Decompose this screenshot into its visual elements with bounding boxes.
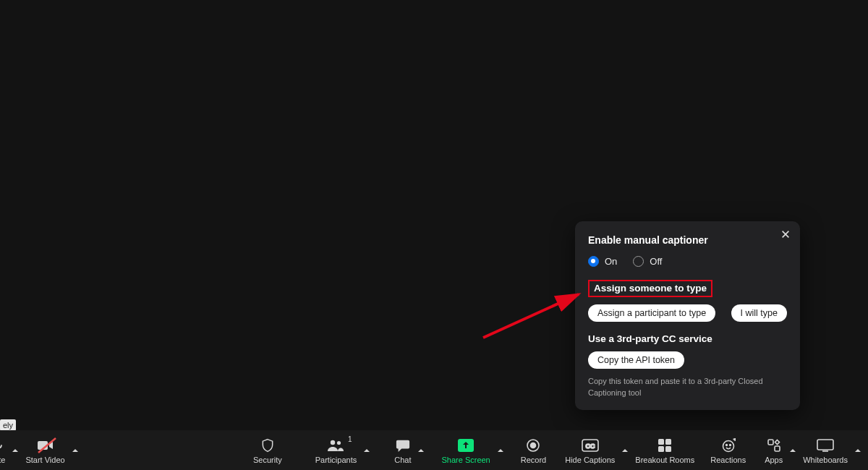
start-video-button[interactable]: Start Video <box>21 430 69 470</box>
radio-off-label: Off <box>650 256 662 267</box>
breakout-rooms-label: Breakout Rooms <box>635 456 694 464</box>
svg-text:+: + <box>733 438 736 443</box>
apps-label: Apps <box>765 456 783 464</box>
mute-label: nute <box>0 456 5 464</box>
cc-icon: CC <box>582 437 599 454</box>
record-button[interactable]: Record <box>516 430 550 470</box>
apps-icon <box>767 437 781 454</box>
mute-options-caret[interactable] <box>9 430 21 470</box>
breakout-rooms-icon <box>658 437 672 454</box>
record-icon <box>526 437 540 454</box>
svg-point-6 <box>337 440 341 444</box>
breakout-rooms-button[interactable]: Breakout Rooms <box>631 430 699 470</box>
whiteboard-icon <box>817 437 834 454</box>
svg-rect-14 <box>658 446 664 452</box>
svg-point-16 <box>723 440 733 451</box>
annotation-highlight: Assign someone to type <box>588 280 712 297</box>
share-screen-label: Share Screen <box>441 456 490 464</box>
record-label: Record <box>521 456 546 464</box>
participants-count: 1 <box>348 435 352 443</box>
security-button[interactable]: Security <box>249 430 286 470</box>
apps-button[interactable]: Apps <box>760 430 787 470</box>
caption-settings-popover: Enable manual captioner On Off Assign so… <box>575 221 800 410</box>
reactions-icon: + <box>721 437 736 454</box>
popover-title: Enable manual captioner <box>588 234 787 246</box>
apps-options-caret[interactable] <box>787 430 799 470</box>
stray-tooltip: ely <box>0 419 16 431</box>
svg-rect-20 <box>768 440 773 445</box>
share-screen-icon <box>457 437 475 454</box>
svg-line-2 <box>483 294 579 338</box>
svg-point-9 <box>531 443 536 448</box>
start-video-label: Start Video <box>25 456 64 464</box>
chat-button[interactable]: Chat <box>390 430 415 470</box>
radio-on[interactable]: On <box>588 256 617 267</box>
i-will-type-button[interactable]: I will type <box>731 304 787 322</box>
reactions-button[interactable]: + Reactions <box>706 430 750 470</box>
svg-line-4 <box>38 438 56 453</box>
radio-dot-icon <box>633 256 644 267</box>
svg-text:CC: CC <box>585 443 595 450</box>
camera-off-icon <box>37 437 54 454</box>
hide-captions-button[interactable]: CC Hide Captions <box>561 430 619 470</box>
whiteboards-label: Whiteboards <box>803 456 848 464</box>
chat-label: Chat <box>394 456 411 464</box>
third-party-heading: Use a 3rd-party CC service <box>588 333 787 344</box>
whiteboards-button[interactable]: Whiteboards <box>799 430 852 470</box>
meeting-toolbar: nute Start Video Security 1 <box>0 430 868 470</box>
participants-options-caret[interactable] <box>361 430 373 470</box>
close-icon[interactable] <box>778 227 793 242</box>
svg-rect-21 <box>775 446 780 451</box>
share-screen-button[interactable]: Share Screen <box>437 430 494 470</box>
svg-point-17 <box>726 444 727 445</box>
share-options-caret[interactable] <box>495 430 506 470</box>
svg-point-5 <box>331 440 335 444</box>
captioner-radio-group: On Off <box>588 256 787 267</box>
participants-button[interactable]: 1 Participants <box>311 430 361 470</box>
mute-button[interactable]: nute <box>0 430 9 470</box>
svg-rect-13 <box>665 439 671 445</box>
security-label: Security <box>253 456 282 464</box>
captions-options-caret[interactable] <box>619 430 631 470</box>
svg-rect-22 <box>817 440 833 450</box>
participants-icon: 1 <box>327 437 344 454</box>
chat-icon <box>395 437 411 454</box>
svg-point-18 <box>729 444 731 445</box>
chat-options-caret[interactable] <box>415 430 427 470</box>
reactions-label: Reactions <box>710 456 746 464</box>
assign-participant-button[interactable]: Assign a participant to type <box>588 304 715 322</box>
radio-off[interactable]: Off <box>633 256 662 267</box>
assign-button-row: Assign a participant to type I will type <box>588 304 787 322</box>
microphone-icon <box>0 437 5 454</box>
radio-on-label: On <box>605 256 617 267</box>
whiteboards-options-caret[interactable] <box>852 430 864 470</box>
help-text: Copy this token and paste it to a 3rd-pa… <box>588 376 787 398</box>
video-options-caret[interactable] <box>69 430 81 470</box>
svg-rect-12 <box>658 439 664 445</box>
radio-dot-icon <box>588 256 599 267</box>
assign-heading: Assign someone to type <box>594 283 707 294</box>
hide-captions-label: Hide Captions <box>565 456 615 464</box>
copy-api-token-button[interactable]: Copy the API token <box>588 351 684 369</box>
participants-label: Participants <box>315 456 357 464</box>
svg-rect-15 <box>665 446 671 452</box>
shield-icon <box>260 437 275 454</box>
